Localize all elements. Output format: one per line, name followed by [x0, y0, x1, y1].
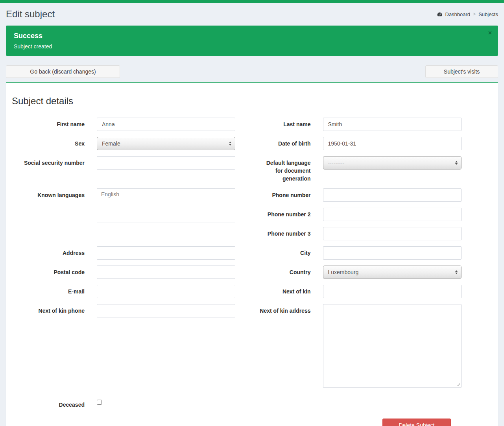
next-of-kin-phone-label: Next of kin phone [12, 304, 85, 317]
known-languages-listbox[interactable]: English [97, 188, 235, 223]
breadcrumb-subjects-link[interactable]: Subjects [478, 11, 498, 17]
city-label: City [258, 246, 311, 260]
address-label: Address [12, 246, 85, 260]
top-accent-bar [0, 0, 504, 3]
phone-number-label: Phone number [258, 188, 311, 202]
breadcrumb-dashboard-link[interactable]: Dashboard [445, 11, 471, 17]
default-language-select[interactable]: --------- [323, 156, 462, 170]
known-languages-label: Known languages [12, 188, 85, 223]
address-input[interactable] [97, 246, 235, 260]
next-of-kin-address-label: Next of kin address [258, 304, 311, 389]
phone-number-3-label: Phone number 3 [258, 227, 311, 240]
default-language-label: Default language for document generation [258, 156, 311, 183]
sex-select[interactable]: Female [97, 137, 235, 150]
dashboard-icon [437, 11, 443, 17]
panel-title: Subject details [12, 95, 492, 107]
alert-title: Success [14, 31, 490, 40]
next-of-kin-input[interactable] [323, 285, 462, 298]
phone-number-2-input[interactable] [323, 208, 462, 221]
email-input[interactable] [97, 285, 235, 298]
known-languages-option[interactable]: English [97, 190, 235, 199]
postal-code-label: Postal code [12, 266, 85, 279]
subjects-visits-button[interactable]: Subject's visits [425, 65, 498, 78]
first-name-label: First name [12, 118, 85, 131]
deceased-checkbox[interactable] [97, 400, 102, 405]
subject-form: First name Last name Sex Female [6, 115, 498, 426]
phone-number-2-label: Phone number 2 [258, 208, 311, 221]
last-name-input[interactable] [323, 118, 462, 131]
last-name-label: Last name [258, 118, 311, 131]
toolbar: Go back (discard changes) Subject's visi… [6, 65, 498, 78]
email-label: E-mail [12, 285, 85, 298]
breadcrumb: Dashboard > Subjects [437, 11, 498, 17]
date-of-birth-input[interactable] [323, 137, 462, 150]
next-of-kin-phone-input[interactable] [97, 304, 235, 317]
breadcrumb-separator: > [473, 11, 476, 17]
date-of-birth-label: Date of birth [258, 137, 311, 150]
panel-heading: Subject details [6, 83, 498, 115]
phone-number-3-input[interactable] [323, 227, 462, 240]
success-alert: Success Subject created × [6, 26, 498, 56]
postal-code-input[interactable] [97, 266, 235, 279]
next-of-kin-label: Next of kin [258, 285, 311, 298]
country-select[interactable]: Luxembourg [323, 266, 462, 279]
delete-subject-button[interactable]: Delete Subject [382, 419, 450, 426]
content-header: Edit subject Dashboard > Subjects [0, 3, 504, 26]
select-arrows-icon [455, 161, 458, 165]
city-input[interactable] [323, 246, 462, 260]
subject-details-panel: Subject details First name Last name [6, 82, 498, 426]
phone-number-input[interactable] [323, 188, 462, 202]
country-label: Country [258, 266, 311, 279]
go-back-button[interactable]: Go back (discard changes) [6, 65, 120, 78]
first-name-input[interactable] [97, 118, 235, 131]
page-title: Edit subject [6, 8, 55, 20]
select-arrows-icon [455, 270, 458, 274]
ssn-label: Social security number [12, 156, 85, 170]
alert-message: Subject created [14, 43, 490, 50]
ssn-input[interactable] [97, 156, 235, 170]
select-arrows-icon [229, 142, 231, 146]
close-icon[interactable]: × [488, 30, 492, 36]
deceased-label: Deceased [12, 398, 85, 409]
sex-label: Sex [12, 137, 85, 150]
next-of-kin-address-textarea[interactable] [323, 304, 462, 388]
